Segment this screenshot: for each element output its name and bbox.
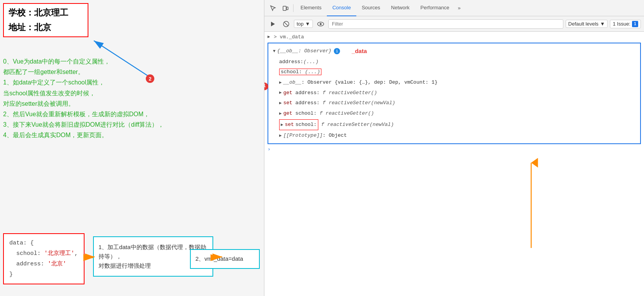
expand-icon[interactable]: ▶: [268, 34, 272, 39]
explain-line7: 3、接下来Vue就会将新旧虚拟DOM进行对比（diff算法），: [3, 119, 164, 130]
set-address-row: ▶ set address: f reactiveSetter(newVal): [271, 98, 637, 108]
svg-rect-7: [287, 7, 288, 10]
explain-line1: 0、Vue为data中的每一个自定义属性，: [3, 56, 164, 67]
filter-input[interactable]: [328, 19, 563, 29]
svg-rect-6: [283, 6, 286, 10]
explain-line5: 对应的setter就会被调用。: [3, 98, 164, 109]
tab-console[interactable]: Console: [327, 0, 356, 16]
console-prompt: ›: [264, 146, 644, 153]
eye-button[interactable]: [315, 19, 326, 29]
context-dropdown-icon: ▼: [305, 21, 310, 27]
prompt-arrow-icon: ›: [268, 146, 271, 152]
explanation-text: 0、Vue为data中的每一个自定义属性， 都匹配了一组getter和sette…: [3, 56, 164, 141]
ob-expand-arrow[interactable]: ▶: [279, 79, 282, 87]
explain-line6: 2、然后Vue就会重新解析模板，生成新的虚拟DOM，: [3, 109, 164, 119]
issues-badge[interactable]: 1 Issue: 1: [610, 20, 641, 28]
cyan-vm-text: 2、vm._data=data: [195, 255, 254, 263]
obj-header-row: ▼ {__ob__: Observer} i _data: [271, 46, 637, 57]
run-button[interactable]: [268, 19, 278, 29]
code-line4: }: [9, 269, 78, 280]
school-box-inline: school: (...): [279, 69, 321, 75]
data-code-box: data: { school: '北京理工', address: '北京' }: [3, 233, 85, 284]
console-vm-data-row: ▶ > vm._data: [264, 33, 644, 41]
cyan-vm-data-box: 2、vm._data=data: [190, 249, 260, 269]
school-display-box: 学校：北京理工 地址：北京: [3, 3, 88, 37]
svg-point-12: [319, 23, 321, 25]
prototype-arrow[interactable]: ▶: [279, 132, 282, 140]
svg-line-10: [284, 22, 288, 26]
ob-row: ▶ __ob__: Observer {value: {…}, dep: Dep…: [271, 77, 637, 88]
get-school-arrow[interactable]: ▶: [279, 110, 282, 118]
explain-line8: 4、最后会生成真实DOM，更新页面。: [3, 130, 164, 140]
address-row: address: (...): [271, 57, 637, 67]
levels-dropdown-icon: ▼: [600, 21, 605, 27]
set-school-arrow[interactable]: ▶: [281, 121, 283, 129]
svg-marker-8: [271, 22, 275, 26]
code-line3: address: '北京': [9, 259, 78, 269]
set-school-inline-box: ▶ set school:: [279, 119, 318, 131]
code-line1: data: {: [9, 238, 78, 248]
object-display-container: ▼ {__ob__: Observer} i _data address: (.…: [264, 43, 644, 144]
set-school-row: ▶ set school: f reactiveSetter(newVal): [271, 119, 637, 131]
collapse-arrow[interactable]: ▼: [273, 47, 276, 55]
explain-line4: 当school属性值发生改变的时候，: [3, 88, 164, 98]
devtools-tab-bar: Elements Console Sources Network Perform…: [264, 0, 644, 16]
tab-sources[interactable]: Sources: [356, 0, 386, 16]
obj-header-text: {__ob__: Observer}: [277, 46, 331, 56]
data-section-label: _data: [352, 46, 367, 57]
school-row: school: (...): [271, 67, 637, 77]
code-line2: school: '北京理工',: [9, 248, 78, 259]
get-address-arrow[interactable]: ▶: [279, 89, 282, 97]
explain-line2: 都匹配了一组getter和setter。: [3, 67, 164, 77]
devtools-panel: Elements Console Sources Network Perform…: [264, 0, 644, 296]
object-panel: ▼ {__ob__: Observer} i _data address: (.…: [268, 43, 641, 144]
tab-divider: [293, 4, 294, 12]
default-levels-selector[interactable]: Default levels ▼: [566, 20, 608, 28]
console-output: ▶ > vm._data ▼ {__ob__: Observer} i _dat…: [264, 32, 644, 296]
set-address-arrow[interactable]: ▶: [279, 99, 282, 107]
tab-elements[interactable]: Elements: [295, 0, 327, 16]
stop-button[interactable]: [281, 19, 292, 29]
left-content-area: 学校：北京理工 地址：北京 0、Vue为data中的每一个自定义属性， 都匹配了…: [0, 0, 264, 296]
tab-more-button[interactable]: »: [455, 5, 464, 11]
inspect-element-button[interactable]: [267, 2, 279, 14]
issue-count-icon: 1: [632, 21, 638, 27]
tab-network[interactable]: Network: [386, 0, 415, 16]
prototype-row: ▶ [[Prototype]]: Object: [271, 131, 637, 141]
issue-text: 1 Issue:: [613, 21, 630, 27]
explain-line3: 1、如data中定义了一个school属性，: [3, 77, 164, 88]
info-icon: i: [334, 48, 340, 54]
get-address-row: ▶ get address: f reactiveGetter(): [271, 88, 637, 98]
tab-performance[interactable]: Performance: [415, 0, 454, 16]
badge-1: 1: [264, 83, 268, 90]
console-toolbar: top ▼ Default levels ▼ 1 Issue: 1: [264, 16, 644, 32]
school-name: 学校：北京理工: [9, 7, 83, 19]
address-name: 地址：北京: [9, 22, 83, 33]
context-selector[interactable]: top ▼: [294, 20, 313, 28]
vm-data-label: > vm._data: [274, 34, 304, 40]
orange-arrow-up: [640, 136, 644, 253]
context-label: top: [297, 21, 304, 27]
get-school-row: ▶ get school: f reactiveGetter(): [271, 108, 637, 119]
device-mode-button[interactable]: [279, 2, 292, 14]
badge-2: 2: [146, 74, 154, 83]
default-levels-label: Default levels: [568, 21, 599, 27]
